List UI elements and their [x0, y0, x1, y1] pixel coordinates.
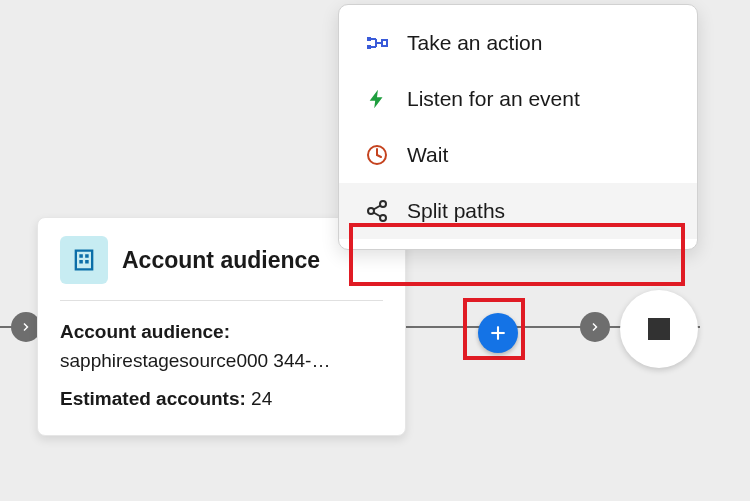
menu-item-wait[interactable]: Wait: [339, 127, 697, 183]
action-icon: [363, 29, 391, 57]
menu-item-take-action[interactable]: Take an action: [339, 15, 697, 71]
svg-line-16: [374, 213, 381, 217]
estimated-value: 24: [251, 388, 272, 409]
audience-value: sapphirestagesource000 344-…: [60, 346, 383, 375]
card-body: Account audience: sapphirestagesource000…: [38, 317, 405, 413]
menu-item-listen-event[interactable]: Listen for an event: [339, 71, 697, 127]
svg-point-13: [380, 201, 386, 207]
add-node-highlight: [463, 298, 525, 360]
add-node-menu: Take an action Listen for an event Wait: [338, 4, 698, 250]
journey-canvas: Account audience Account audience: sapph…: [0, 0, 750, 501]
svg-point-12: [368, 208, 374, 214]
lightning-icon: [363, 85, 391, 113]
stop-icon: [648, 318, 670, 340]
chevron-out-node-icon: [580, 312, 610, 342]
svg-line-15: [374, 206, 381, 210]
estimated-label: Estimated accounts:: [60, 388, 246, 409]
building-icon: [60, 236, 108, 284]
svg-point-14: [380, 215, 386, 221]
audience-label: Account audience:: [60, 321, 230, 342]
add-node-button[interactable]: [478, 313, 518, 353]
end-node[interactable]: [620, 290, 698, 368]
svg-rect-8: [382, 40, 387, 46]
card-title: Account audience: [122, 247, 320, 274]
clock-icon: [363, 141, 391, 169]
svg-rect-3: [367, 45, 371, 49]
svg-line-11: [377, 155, 381, 157]
menu-item-label: Take an action: [407, 31, 542, 55]
menu-item-label: Wait: [407, 143, 448, 167]
split-icon: [363, 197, 391, 225]
menu-item-split-paths[interactable]: Split paths: [339, 183, 697, 239]
menu-item-label: Listen for an event: [407, 87, 580, 111]
card-divider: [60, 300, 383, 301]
menu-item-label: Split paths: [407, 199, 505, 223]
svg-rect-2: [367, 37, 371, 41]
